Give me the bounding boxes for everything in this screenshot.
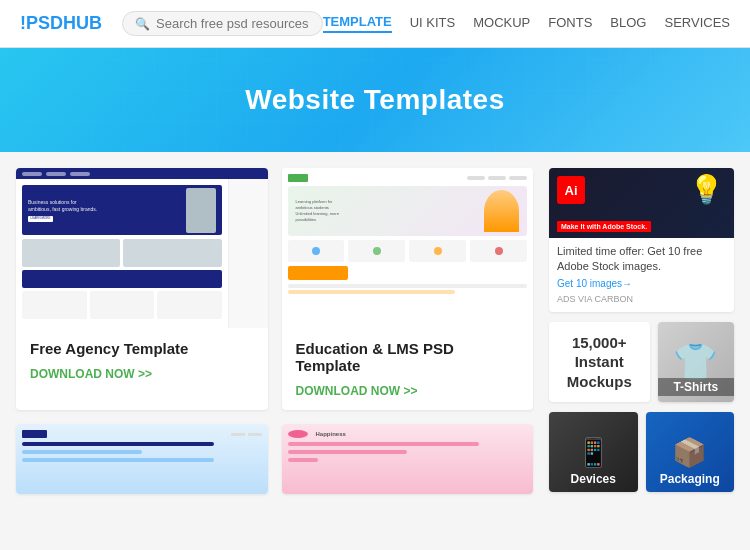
devices-icon: 📱 — [576, 436, 611, 469]
preview-edu-hero: Learning platform forambitious studentsU… — [288, 186, 528, 236]
preview-edu-icon-1 — [288, 240, 345, 262]
preview-edu-strips — [288, 284, 528, 294]
mockup-packaging-label: Packaging — [646, 472, 735, 486]
mockup-packaging[interactable]: 📦 Packaging — [646, 412, 735, 492]
partial-line-3 — [22, 458, 214, 462]
partial-pink-line-1 — [288, 442, 480, 446]
mockup-row-2: 📱 Devices 📦 Packaging — [549, 412, 734, 492]
preview-row-3 — [22, 291, 222, 319]
nav-item-blog[interactable]: BLOG — [610, 15, 646, 32]
cards-area: Business solutions forambitious, fast gr… — [16, 168, 533, 494]
partial-preview-1 — [16, 424, 268, 494]
nav-item-fonts[interactable]: FONTS — [548, 15, 592, 32]
mockup-tshirt-bg: 👕 T-Shirts — [658, 322, 735, 402]
preview-agency-header — [16, 168, 268, 179]
search-input[interactable] — [156, 16, 310, 31]
preview-row-1 — [22, 239, 222, 267]
preview-edu-nav-item-3 — [509, 176, 527, 180]
preview-edu-icon-3 — [409, 240, 466, 262]
ad-box: Ai 💡 Make It with Adobe Stock. Limited t… — [549, 168, 734, 312]
preview-edu-icon-4 — [470, 240, 527, 262]
card-agency-info: Free Agency Template DOWNLOAD NOW >> — [16, 328, 268, 393]
mockup-tshirt[interactable]: 👕 T-Shirts — [658, 322, 735, 402]
preview-edu-nav — [467, 176, 527, 180]
card-education-download[interactable]: DOWNLOAD NOW >> — [296, 384, 418, 398]
preview-agency-hero: Business solutions forambitious, fast gr… — [22, 185, 222, 235]
partial-pink-line-2 — [288, 450, 408, 454]
preview-nav-dot-3 — [70, 172, 90, 176]
logo-prefix: !PSD — [20, 13, 63, 33]
preview-nav-dot — [22, 172, 42, 176]
partial-logo — [22, 430, 47, 438]
mockup-devices[interactable]: 📱 Devices — [549, 412, 638, 492]
partial-line-1 — [22, 442, 214, 446]
card-education-image: Learning platform forambitious studentsU… — [282, 168, 534, 328]
partial-brand-text: Happiness — [316, 431, 346, 437]
partial-line-2 — [22, 450, 142, 454]
main-content: Business solutions forambitious, fast gr… — [0, 152, 750, 510]
preview-edu-nav-item-2 — [488, 176, 506, 180]
preview-block — [22, 239, 120, 267]
preview-person — [186, 188, 216, 233]
bulb-icon: 💡 — [689, 173, 724, 206]
mockup-devices-bg: 📱 Devices — [549, 412, 638, 492]
ad-badge: Make It with Adobe Stock. — [557, 221, 651, 232]
preview-agency-main: Business solutions forambitious, fast gr… — [16, 179, 228, 328]
mockup-wide[interactable]: 15,000+InstantMockups — [549, 322, 650, 402]
search-icon: 🔍 — [135, 17, 150, 31]
partial-card-2: Happiness — [282, 424, 534, 494]
mockup-wide-text: 15,000+InstantMockups — [567, 333, 632, 392]
partial-card-1 — [16, 424, 268, 494]
hero-title: Website Templates — [20, 84, 730, 116]
mockup-tshirt-label: T-Shirts — [658, 378, 735, 396]
partial-nav-2 — [248, 433, 262, 436]
ad-description: Limited time offer: Get 10 free Adobe St… — [557, 245, 702, 272]
card-education-title: Education & LMS PSD Template — [296, 340, 520, 374]
preview-hero-text: Business solutions forambitious, fast gr… — [28, 199, 97, 222]
preview-agency-sidebar — [228, 179, 268, 328]
partial-nav-1 — [231, 433, 245, 436]
partial-pink-line-3 — [288, 458, 318, 462]
ad-text: Limited time offer: Get 10 free Adobe St… — [549, 238, 734, 312]
card-agency-image: Business solutions forambitious, fast gr… — [16, 168, 268, 328]
nav-item-uikits[interactable]: UI KITS — [410, 15, 456, 32]
preview-block-blue — [22, 270, 222, 288]
preview-edu-nav-item — [467, 176, 485, 180]
mockup-row-1: 15,000+InstantMockups 👕 T-Shirts — [549, 322, 734, 402]
preview-row-2 — [22, 270, 222, 288]
preview-block-4 — [90, 291, 155, 319]
card-agency: Business solutions forambitious, fast gr… — [16, 168, 268, 410]
logo-suffix: HUB — [63, 13, 102, 33]
mockup-packaging-bg: 📦 Packaging — [646, 412, 735, 492]
preview-edu-hero-text: Learning platform forambitious studentsU… — [296, 199, 339, 223]
preview-block-3 — [22, 291, 87, 319]
sidebar: Ai 💡 Make It with Adobe Stock. Limited t… — [549, 168, 734, 494]
preview-edu-cta — [288, 266, 348, 280]
preview-agency: Business solutions forambitious, fast gr… — [16, 168, 268, 328]
hero-section: Website Templates — [0, 48, 750, 152]
logo[interactable]: !PSDHUB — [20, 13, 102, 34]
preview-edu-icons — [288, 240, 528, 262]
preview-strip-2 — [288, 290, 456, 294]
nav-item-services[interactable]: SERVICES — [664, 15, 730, 32]
preview-edu-logo — [288, 174, 308, 182]
card-agency-download[interactable]: DOWNLOAD NOW >> — [30, 367, 152, 381]
mockup-devices-label: Devices — [549, 472, 638, 486]
search-bar[interactable]: 🔍 — [122, 11, 323, 36]
preview-block-5 — [157, 291, 222, 319]
preview-edu-icon-2 — [348, 240, 405, 262]
partial-logo-2 — [288, 430, 308, 438]
packaging-icon: 📦 — [672, 436, 707, 469]
adobe-icon: Ai — [557, 176, 585, 204]
nav-item-mockup[interactable]: MOCKUP — [473, 15, 530, 32]
nav-item-template[interactable]: TEMPLATE — [323, 14, 392, 33]
ad-image: Ai 💡 Make It with Adobe Stock. — [549, 168, 734, 238]
main-nav: TEMPLATE UI KITS MOCKUP FONTS BLOG SERVI… — [323, 14, 730, 33]
partial-cards-row: Happiness — [16, 424, 533, 494]
header: !PSDHUB 🔍 TEMPLATE UI KITS MOCKUP FONTS … — [0, 0, 750, 48]
tshirt-icon: 👕 — [673, 341, 718, 383]
preview-education: Learning platform forambitious studentsU… — [282, 168, 534, 328]
ad-via: ADS VIA CARBON — [557, 294, 633, 304]
ad-link[interactable]: Get 10 images→ — [557, 277, 726, 291]
card-education: Learning platform forambitious studentsU… — [282, 168, 534, 410]
